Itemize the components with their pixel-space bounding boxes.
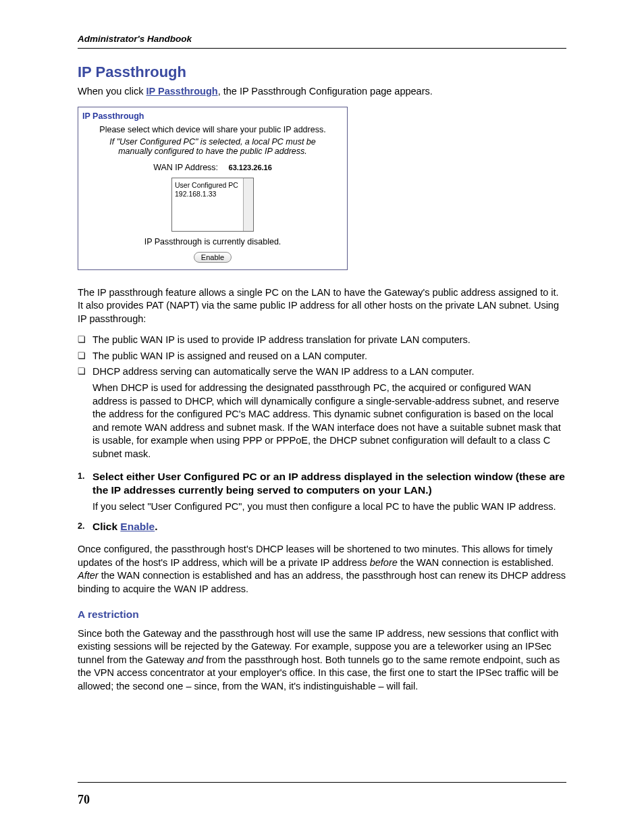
device-listbox[interactable]: User Configured PC 192.168.1.33 xyxy=(171,178,254,232)
section-title: IP Passthrough xyxy=(78,63,566,81)
listbox-scrollbar[interactable] xyxy=(243,178,254,231)
numbered-list: 1. Select either User Configured PC or a… xyxy=(78,470,566,533)
step-2: Click Enable. xyxy=(92,520,566,533)
intro-text-pre: When you click xyxy=(78,86,146,97)
panel-title: IP Passthrough xyxy=(78,107,347,124)
step-2-post: . xyxy=(155,521,157,532)
ip-passthrough-panel: IP Passthrough Please select which devic… xyxy=(78,107,348,270)
after-steps-paragraph: Once configured, the passthrough host's … xyxy=(78,543,566,596)
restriction-paragraph: Since both the Gateway and the passthrou… xyxy=(78,627,566,694)
bullet-2: The public WAN IP is assigned and reused… xyxy=(92,350,566,363)
ip-passthrough-link[interactable]: IP Passthrough xyxy=(146,86,218,97)
intro-text-post: , the IP Passthrough Configuration page … xyxy=(218,86,433,97)
bullet-icon: ❏ xyxy=(78,350,86,361)
enable-link[interactable]: Enable xyxy=(120,521,155,532)
panel-note: If "User Configured PC" is selected, a l… xyxy=(97,137,328,156)
section-intro: When you click IP Passthrough, the IP Pa… xyxy=(78,85,566,99)
after-b: before xyxy=(370,557,398,568)
step-1: Select either User Configured PC or an I… xyxy=(92,470,566,497)
step-number-1: 1. xyxy=(78,470,92,483)
panel-instruction: Please select which device will share yo… xyxy=(85,125,340,134)
bullet-icon: ❏ xyxy=(78,366,86,376)
step-number-2: 2. xyxy=(78,520,92,533)
step-1-detail: If you select "User Configured PC", you … xyxy=(92,500,566,514)
page-number: 70 xyxy=(78,793,90,807)
bullet-icon: ❏ xyxy=(78,334,86,344)
header-rule xyxy=(78,48,566,49)
step-2-pre: Click xyxy=(92,521,120,532)
bullet-3: DHCP address serving can automatically s… xyxy=(92,365,566,379)
listbox-option-user-configured[interactable]: User Configured PC xyxy=(175,181,240,190)
bullet-1: The public WAN IP is used to provide IP … xyxy=(92,334,566,347)
bullet-3-detail: When DHCP is used for addressing the des… xyxy=(92,382,566,461)
panel-status: IP Passthrough is currently disabled. xyxy=(85,237,340,246)
bullet-list: ❏ The public WAN IP is used to provide I… xyxy=(78,334,566,461)
restrict-b: and xyxy=(187,654,203,665)
footer-rule xyxy=(78,782,566,783)
listbox-option-ip[interactable]: 192.168.1.33 xyxy=(175,190,240,199)
after-c: the WAN connection is established. xyxy=(398,557,554,568)
feature-paragraph: The IP passthrough feature allows a sing… xyxy=(78,286,566,326)
restriction-heading: A restriction xyxy=(78,608,566,621)
after-d: After xyxy=(78,570,99,581)
wan-ip-value: 63.123.26.16 xyxy=(229,163,272,172)
wan-ip-label: WAN IP Address: xyxy=(153,163,218,172)
running-header: Administrator's Handbook xyxy=(78,34,566,44)
after-e: the WAN connection is established and ha… xyxy=(78,570,566,594)
enable-button[interactable]: Enable xyxy=(194,252,232,263)
